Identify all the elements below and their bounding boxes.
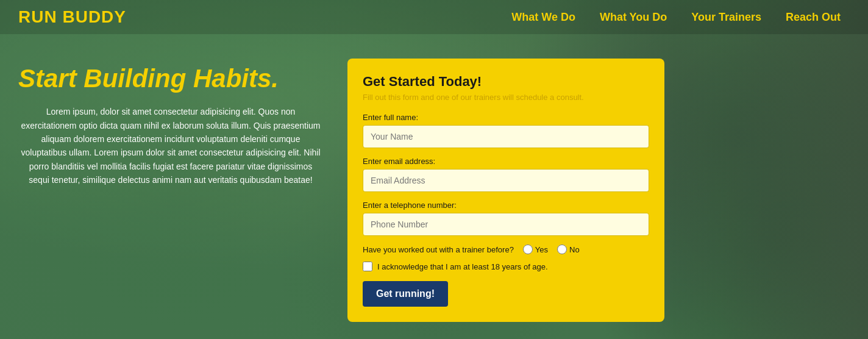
name-field-group: Enter full name: (363, 113, 649, 148)
nav-what-we-do[interactable]: What We Do (502, 8, 585, 27)
nav-links: What We Do What You Do Your Trainers Rea… (502, 8, 850, 27)
name-input[interactable] (363, 125, 649, 148)
email-input[interactable] (363, 169, 649, 192)
hero-body-text: Lorem ipsum, dolor sit amet consectetur … (18, 105, 323, 187)
hero-text-section: Start Building Habits. Lorem ipsum, dolo… (18, 59, 323, 187)
phone-field-group: Enter a telephone number: (363, 201, 649, 236)
email-field-group: Enter email address: (363, 157, 649, 192)
email-label: Enter email address: (363, 157, 649, 166)
phone-label: Enter a telephone number: (363, 201, 649, 210)
hero-headline: Start Building Habits. (18, 65, 323, 93)
submit-button[interactable]: Get running! (363, 281, 448, 307)
logo[interactable]: RUN BUDDY (18, 7, 126, 27)
nav-your-trainers[interactable]: Your Trainers (682, 8, 770, 27)
radio-no-label[interactable]: No (557, 244, 580, 254)
age-checkbox-label[interactable]: I acknowledge that I am at least 18 year… (377, 262, 548, 271)
nav-what-you-do[interactable]: What You Do (591, 8, 676, 27)
radio-no-text: No (569, 245, 580, 254)
age-checkbox-group: I acknowledge that I am at least 18 year… (363, 262, 649, 271)
signup-form-card: Get Started Today! Fill out this form an… (347, 59, 664, 322)
form-title: Get Started Today! (363, 74, 649, 90)
radio-yes-text: Yes (535, 245, 548, 254)
main-content: Start Building Habits. Lorem ipsum, dolo… (0, 34, 868, 334)
radio-yes-label[interactable]: Yes (523, 244, 548, 254)
navbar: RUN BUDDY What We Do What You Do Your Tr… (0, 0, 868, 34)
trainer-question-group: Have you worked out with a trainer befor… (363, 244, 649, 254)
age-checkbox[interactable] (363, 262, 372, 271)
trainer-question-text: Have you worked out with a trainer befor… (363, 245, 514, 254)
form-subtitle: Fill out this form and one of our traine… (363, 93, 649, 102)
radio-no-input[interactable] (557, 244, 567, 254)
radio-yes-input[interactable] (523, 244, 533, 254)
nav-reach-out[interactable]: Reach Out (777, 8, 850, 27)
name-label: Enter full name: (363, 113, 649, 122)
phone-input[interactable] (363, 213, 649, 236)
